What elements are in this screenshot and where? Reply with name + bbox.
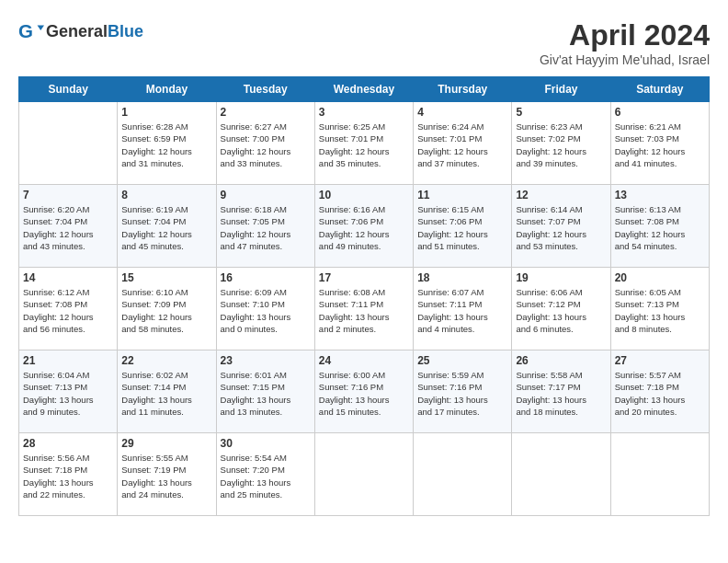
day-number: 17 (319, 271, 409, 284)
day-number: 5 (516, 106, 606, 119)
day-number: 16 (221, 271, 311, 284)
day-header-monday: Monday (118, 77, 216, 102)
logo-blue-text: Blue (108, 22, 143, 40)
calendar-cell (314, 433, 413, 516)
calendar-cell: 1Sunrise: 6:28 AM Sunset: 6:59 PM Daylig… (118, 102, 216, 185)
week-row-4: 21Sunrise: 6:04 AM Sunset: 7:13 PM Dayli… (19, 350, 710, 433)
day-info: Sunrise: 6:04 AM Sunset: 7:13 PM Dayligh… (23, 369, 113, 418)
day-number: 19 (516, 271, 606, 284)
calendar-cell (610, 433, 709, 516)
calendar-cell: 28Sunrise: 5:56 AM Sunset: 7:18 PM Dayli… (19, 433, 118, 516)
calendar-cell: 14Sunrise: 6:12 AM Sunset: 7:08 PM Dayli… (19, 268, 118, 350)
day-header-friday: Friday (512, 77, 610, 102)
calendar-cell: 11Sunrise: 6:15 AM Sunset: 7:06 PM Dayli… (414, 185, 512, 268)
title-area: April 2024 Giv'at Hayyim Me'uhad, Israel (540, 18, 710, 67)
calendar-cell: 13Sunrise: 6:13 AM Sunset: 7:08 PM Dayli… (610, 185, 709, 268)
calendar-cell: 19Sunrise: 6:06 AM Sunset: 7:12 PM Dayli… (512, 268, 610, 350)
day-info: Sunrise: 6:05 AM Sunset: 7:13 PM Dayligh… (615, 286, 705, 335)
logo-general-text: General (46, 22, 108, 40)
day-info: Sunrise: 6:08 AM Sunset: 7:11 PM Dayligh… (319, 286, 409, 335)
calendar-cell: 4Sunrise: 6:24 AM Sunset: 7:01 PM Daylig… (414, 102, 512, 185)
day-info: Sunrise: 6:23 AM Sunset: 7:02 PM Dayligh… (516, 121, 606, 169)
calendar-cell (19, 102, 118, 185)
day-number: 28 (23, 437, 113, 450)
week-row-2: 7Sunrise: 6:20 AM Sunset: 7:04 PM Daylig… (19, 185, 710, 268)
day-number: 9 (221, 189, 311, 201)
month-title: April 2024 (540, 18, 710, 52)
calendar-cell: 23Sunrise: 6:01 AM Sunset: 7:15 PM Dayli… (216, 350, 314, 433)
calendar-cell: 21Sunrise: 6:04 AM Sunset: 7:13 PM Dayli… (19, 350, 118, 433)
day-info: Sunrise: 5:56 AM Sunset: 7:18 PM Dayligh… (23, 452, 113, 500)
day-info: Sunrise: 6:01 AM Sunset: 7:15 PM Dayligh… (221, 369, 311, 418)
day-info: Sunrise: 5:54 AM Sunset: 7:20 PM Dayligh… (221, 452, 311, 500)
logo: G GeneralBlue (18, 18, 143, 44)
day-number: 29 (121, 437, 211, 450)
svg-text:G: G (18, 20, 33, 41)
calendar-cell: 7Sunrise: 6:20 AM Sunset: 7:04 PM Daylig… (19, 185, 118, 268)
day-info: Sunrise: 6:19 AM Sunset: 7:04 PM Dayligh… (121, 203, 211, 252)
day-info: Sunrise: 6:00 AM Sunset: 7:16 PM Dayligh… (319, 369, 409, 418)
calendar-cell: 27Sunrise: 5:57 AM Sunset: 7:18 PM Dayli… (610, 350, 709, 433)
day-number: 23 (221, 354, 311, 367)
day-number: 18 (417, 271, 507, 284)
calendar-cell: 2Sunrise: 6:27 AM Sunset: 7:00 PM Daylig… (216, 102, 314, 185)
day-number: 10 (319, 189, 409, 201)
day-number: 13 (615, 189, 705, 201)
day-number: 8 (121, 189, 211, 201)
day-info: Sunrise: 6:06 AM Sunset: 7:12 PM Dayligh… (516, 286, 606, 335)
day-number: 21 (23, 354, 113, 367)
day-info: Sunrise: 5:55 AM Sunset: 7:19 PM Dayligh… (121, 452, 211, 500)
calendar-cell (512, 433, 610, 516)
day-number: 25 (417, 354, 507, 367)
calendar-cell: 20Sunrise: 6:05 AM Sunset: 7:13 PM Dayli… (610, 268, 709, 350)
day-header-sunday: Sunday (19, 77, 118, 102)
calendar-cell: 24Sunrise: 6:00 AM Sunset: 7:16 PM Dayli… (314, 350, 413, 433)
day-info: Sunrise: 5:59 AM Sunset: 7:16 PM Dayligh… (417, 369, 507, 418)
day-number: 11 (417, 189, 507, 201)
calendar-cell: 25Sunrise: 5:59 AM Sunset: 7:16 PM Dayli… (414, 350, 512, 433)
calendar-cell: 17Sunrise: 6:08 AM Sunset: 7:11 PM Dayli… (314, 268, 413, 350)
day-number: 14 (23, 271, 113, 284)
calendar-cell: 16Sunrise: 6:09 AM Sunset: 7:10 PM Dayli… (216, 268, 314, 350)
day-header-saturday: Saturday (610, 77, 709, 102)
day-number: 15 (121, 271, 211, 284)
calendar-cell: 5Sunrise: 6:23 AM Sunset: 7:02 PM Daylig… (512, 102, 610, 185)
day-info: Sunrise: 6:12 AM Sunset: 7:08 PM Dayligh… (23, 286, 113, 335)
calendar-cell: 30Sunrise: 5:54 AM Sunset: 7:20 PM Dayli… (216, 433, 314, 516)
day-header-wednesday: Wednesday (314, 77, 413, 102)
day-info: Sunrise: 5:58 AM Sunset: 7:17 PM Dayligh… (516, 369, 606, 418)
day-info: Sunrise: 5:57 AM Sunset: 7:18 PM Dayligh… (615, 369, 705, 418)
header-row: SundayMondayTuesdayWednesdayThursdayFrid… (19, 77, 710, 102)
calendar-cell: 12Sunrise: 6:14 AM Sunset: 7:07 PM Dayli… (512, 185, 610, 268)
day-info: Sunrise: 6:21 AM Sunset: 7:03 PM Dayligh… (615, 121, 705, 169)
svg-marker-1 (38, 25, 44, 30)
calendar-cell: 10Sunrise: 6:16 AM Sunset: 7:06 PM Dayli… (314, 185, 413, 268)
day-number: 4 (417, 106, 507, 119)
day-info: Sunrise: 6:14 AM Sunset: 7:07 PM Dayligh… (516, 203, 606, 252)
day-info: Sunrise: 6:07 AM Sunset: 7:11 PM Dayligh… (417, 286, 507, 335)
day-info: Sunrise: 6:09 AM Sunset: 7:10 PM Dayligh… (221, 286, 311, 335)
day-number: 2 (221, 106, 311, 119)
day-info: Sunrise: 6:10 AM Sunset: 7:09 PM Dayligh… (121, 286, 211, 335)
week-row-3: 14Sunrise: 6:12 AM Sunset: 7:08 PM Dayli… (19, 268, 710, 350)
day-number: 20 (615, 271, 705, 284)
day-number: 27 (615, 354, 705, 367)
day-info: Sunrise: 6:18 AM Sunset: 7:05 PM Dayligh… (221, 203, 311, 252)
day-info: Sunrise: 6:28 AM Sunset: 6:59 PM Dayligh… (121, 121, 211, 169)
calendar-cell: 18Sunrise: 6:07 AM Sunset: 7:11 PM Dayli… (414, 268, 512, 350)
day-number: 24 (319, 354, 409, 367)
calendar-cell: 22Sunrise: 6:02 AM Sunset: 7:14 PM Dayli… (118, 350, 216, 433)
calendar-cell: 3Sunrise: 6:25 AM Sunset: 7:01 PM Daylig… (314, 102, 413, 185)
day-info: Sunrise: 6:15 AM Sunset: 7:06 PM Dayligh… (417, 203, 507, 252)
calendar-cell: 9Sunrise: 6:18 AM Sunset: 7:05 PM Daylig… (216, 185, 314, 268)
day-number: 7 (23, 189, 113, 201)
day-info: Sunrise: 6:20 AM Sunset: 7:04 PM Dayligh… (23, 203, 113, 252)
day-number: 30 (221, 437, 311, 450)
day-header-thursday: Thursday (414, 77, 512, 102)
calendar-cell (414, 433, 512, 516)
day-info: Sunrise: 6:27 AM Sunset: 7:00 PM Dayligh… (221, 121, 311, 169)
calendar-table: SundayMondayTuesdayWednesdayThursdayFrid… (18, 76, 710, 516)
week-row-5: 28Sunrise: 5:56 AM Sunset: 7:18 PM Dayli… (19, 433, 710, 516)
day-number: 22 (121, 354, 211, 367)
day-number: 12 (516, 189, 606, 201)
